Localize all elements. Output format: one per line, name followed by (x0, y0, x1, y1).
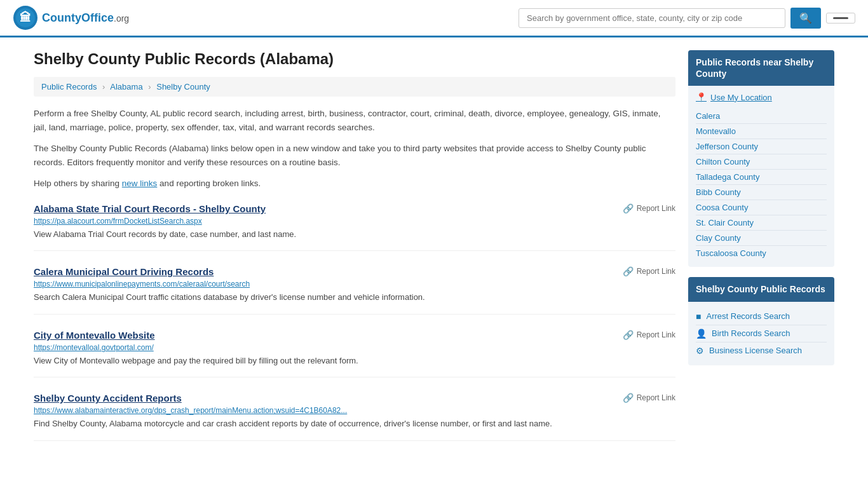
main-container: Shelby County Public Records (Alabama) P… (21, 37, 847, 456)
sidebar-records-body: ■Arrest Records Search👤Birth Records Sea… (688, 302, 834, 365)
hamburger-menu-button[interactable] (826, 13, 855, 24)
sidebar: Public Records near Shelby County 📍 Use … (688, 50, 834, 456)
svg-text:🏛: 🏛 (20, 11, 31, 24)
breadcrumb-shelby-county[interactable]: Shelby County (156, 82, 210, 92)
sidebar-record-label: Arrest Records Search (706, 311, 790, 321)
record-title[interactable]: Alabama State Trial Court Records - Shel… (34, 203, 266, 214)
sidebar-nearby-link-3[interactable]: Jefferson County (696, 139, 827, 154)
report-link-label: Report Link (637, 393, 675, 402)
record-item-1: Alabama State Trial Court Records - Shel… (34, 203, 675, 252)
report-link-button[interactable]: 🔗 Report Link (623, 393, 675, 403)
description-paragraph-1: Perform a free Shelby County, AL public … (34, 107, 675, 134)
breadcrumb: Public Records › Alabama › Shelby County (34, 77, 675, 97)
report-link-icon: 🔗 (623, 393, 634, 403)
report-link-label: Report Link (637, 204, 675, 213)
report-link-button[interactable]: 🔗 Report Link (623, 203, 675, 214)
record-url[interactable]: https://montevalloal.govtportal.com/ (34, 343, 675, 352)
sidebar-nearby-title: Public Records near Shelby County (688, 50, 834, 86)
sidebar-record-label: Birth Records Search (712, 329, 790, 338)
breadcrumb-sep-2: › (148, 82, 151, 92)
sidebar-nearby-link-4[interactable]: Chilton County (696, 154, 827, 170)
report-link-icon: 🔗 (623, 266, 634, 276)
record-url[interactable]: https://www.municipalonlinepayments.com/… (34, 280, 675, 288)
record-item-2: Calera Municipal Court Driving Records 🔗… (34, 266, 675, 315)
logo-area: 🏛 CountyOffice.org (13, 5, 129, 30)
sidebar-records-section: Shelby County Public Records ■Arrest Rec… (688, 277, 834, 365)
record-url[interactable]: https://pa.alacourt.com/frmDocketListSea… (34, 217, 675, 226)
report-link-label: Report Link (637, 267, 675, 276)
sidebar-nearby-link-1[interactable]: Calera (696, 109, 827, 124)
records-list: Alabama State Trial Court Records - Shel… (34, 203, 675, 441)
logo-icon: 🏛 (13, 5, 38, 30)
breadcrumb-public-records[interactable]: Public Records (41, 82, 97, 92)
record-description: View Alabama Trial Court records by date… (34, 228, 675, 241)
location-pin-icon: 📍 (696, 92, 707, 102)
record-header: Calera Municipal Court Driving Records 🔗… (34, 266, 675, 277)
sidebar-record-links: ■Arrest Records Search👤Birth Records Sea… (696, 308, 827, 359)
sidebar-nearby-links: CaleraMontevalloJefferson CountyChilton … (696, 109, 827, 261)
logo-text: CountyOffice.org (42, 11, 129, 25)
record-item-4: Shelby County Accident Reports 🔗 Report … (34, 393, 675, 441)
sidebar-nearby-section: Public Records near Shelby County 📍 Use … (688, 50, 834, 267)
record-item-3: City of Montevallo Website 🔗 Report Link… (34, 330, 675, 378)
sidebar-record-icon: ⚙ (696, 346, 704, 356)
search-button[interactable]: 🔍 (790, 8, 821, 29)
record-title[interactable]: Calera Municipal Court Driving Records (34, 266, 214, 277)
sidebar-nearby-body: 📍 Use My Location CaleraMontevalloJeffer… (688, 86, 834, 267)
content-area: Shelby County Public Records (Alabama) P… (34, 50, 675, 456)
sidebar-nearby-link-8[interactable]: St. Clair County (696, 215, 827, 231)
record-description: Find Shelby County, Alabama motorcycle a… (34, 417, 675, 430)
description-paragraph-2: The Shelby County Public Records (Alabam… (34, 142, 675, 169)
sidebar-record-link-1[interactable]: ■Arrest Records Search (696, 308, 827, 325)
record-header: Alabama State Trial Court Records - Shel… (34, 203, 675, 214)
sidebar-record-label: Business License Search (709, 346, 802, 355)
sidebar-record-icon: ■ (696, 311, 701, 322)
sidebar-nearby-link-10[interactable]: Tuscaloosa County (696, 246, 827, 261)
record-title[interactable]: Shelby County Accident Reports (34, 393, 182, 403)
record-title[interactable]: City of Montevallo Website (34, 330, 155, 341)
search-icon: 🔍 (799, 13, 812, 24)
hamburger-icon (833, 17, 848, 19)
record-url[interactable]: https://www.alabamainteractive.org/dps_c… (34, 406, 675, 415)
report-link-button[interactable]: 🔗 Report Link (623, 330, 675, 340)
description: Perform a free Shelby County, AL public … (34, 107, 675, 191)
header: 🏛 CountyOffice.org 🔍 (0, 0, 868, 37)
record-description: Search Calera Municipal Court traffic ci… (34, 291, 675, 304)
sidebar-record-link-3[interactable]: ⚙Business License Search (696, 342, 827, 359)
breadcrumb-alabama[interactable]: Alabama (110, 82, 142, 92)
report-link-button[interactable]: 🔗 Report Link (623, 266, 675, 276)
sidebar-record-icon: 👤 (696, 329, 707, 339)
record-description: View City of Montevallo webpage and pay … (34, 355, 675, 367)
sidebar-nearby-link-5[interactable]: Talladega County (696, 170, 827, 185)
search-area: 🔍 (519, 8, 855, 29)
record-header: Shelby County Accident Reports 🔗 Report … (34, 393, 675, 403)
sidebar-records-title: Shelby County Public Records (688, 277, 834, 301)
description-paragraph-3: Help others by sharing new links and rep… (34, 177, 675, 191)
sidebar-nearby-link-7[interactable]: Coosa County (696, 200, 827, 215)
new-links-link[interactable]: new links (122, 179, 158, 188)
page-title: Shelby County Public Records (Alabama) (34, 50, 675, 68)
report-link-icon: 🔗 (623, 203, 634, 214)
sidebar-record-link-2[interactable]: 👤Birth Records Search (696, 325, 827, 342)
report-link-label: Report Link (637, 330, 675, 339)
breadcrumb-sep-1: › (102, 82, 105, 92)
search-input[interactable] (519, 8, 785, 28)
report-link-icon: 🔗 (623, 330, 634, 340)
use-my-location-button[interactable]: 📍 Use My Location (696, 92, 772, 102)
sidebar-nearby-link-9[interactable]: Clay County (696, 231, 827, 246)
sidebar-nearby-link-2[interactable]: Montevallo (696, 124, 827, 139)
sidebar-nearby-link-6[interactable]: Bibb County (696, 185, 827, 200)
record-header: City of Montevallo Website 🔗 Report Link (34, 330, 675, 341)
